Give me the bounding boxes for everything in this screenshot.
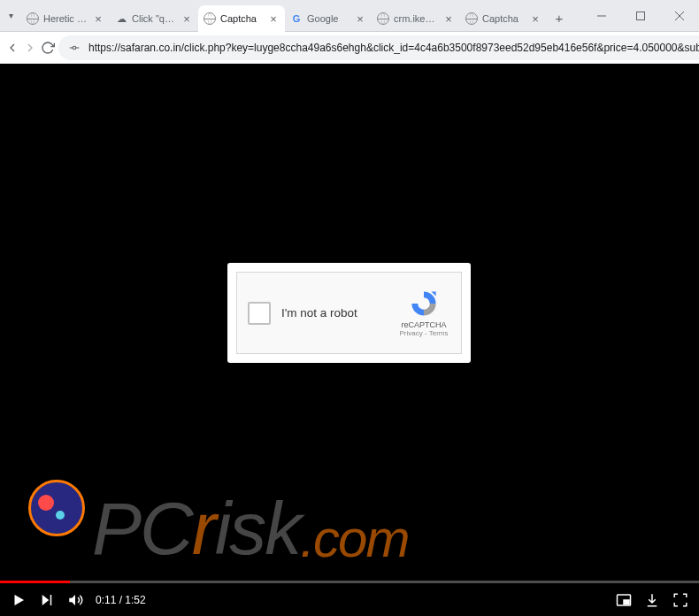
tab-title: Click "quot;" — [132, 13, 176, 24]
pcrisk-logo-icon — [28, 480, 85, 536]
close-icon[interactable]: × — [529, 12, 542, 25]
watermark-isk: isk — [215, 496, 301, 563]
recaptcha-label: I'm not a robot — [281, 306, 397, 320]
recaptcha-widget: I'm not a robot reCAPTCHA Privacy - Term… — [236, 272, 462, 354]
close-window-button[interactable] — [660, 0, 699, 31]
next-button[interactable] — [39, 592, 55, 608]
time-display: 0:11 / 1:52 — [96, 594, 146, 606]
globe-icon — [377, 12, 389, 25]
recaptcha-brand: reCAPTCHA — [397, 320, 450, 330]
tab-title: Captcha — [482, 13, 525, 24]
globe-icon — [465, 12, 478, 25]
progress-bar[interactable] — [0, 581, 699, 583]
cloud-icon: ☁ — [115, 12, 127, 25]
reload-button[interactable] — [41, 35, 55, 60]
pcrisk-watermark: PCrisk.com — [28, 480, 408, 563]
page-content: I'm not a robot reCAPTCHA Privacy - Term… — [0, 64, 699, 616]
svg-rect-11 — [50, 595, 52, 605]
tab-title: Heretic (2024 — [43, 13, 88, 24]
url-text: https://safaran.co.in/click.php?key=luyg… — [88, 42, 699, 54]
back-button[interactable] — [5, 35, 19, 60]
svg-rect-1 — [637, 12, 645, 19]
new-tab-button[interactable]: + — [547, 5, 572, 31]
google-icon: G — [290, 12, 303, 25]
watermark-com: .com — [300, 515, 408, 563]
play-button[interactable] — [11, 592, 27, 608]
captcha-card: I'm not a robot reCAPTCHA Privacy - Term… — [227, 263, 471, 363]
fullscreen-button[interactable] — [672, 592, 688, 608]
globe-icon — [204, 12, 216, 25]
video-player-bar: 0:11 / 1:52 — [0, 581, 699, 616]
tab-title: crm.ikeymas — [394, 13, 438, 24]
watermark-pc: PC — [92, 496, 192, 563]
svg-point-4 — [73, 46, 76, 50]
globe-icon — [27, 12, 39, 25]
download-button[interactable] — [644, 592, 660, 608]
site-settings-icon[interactable] — [67, 41, 81, 55]
svg-rect-14 — [624, 600, 629, 604]
tab-captcha-2[interactable]: Captcha × — [460, 5, 547, 32]
close-icon[interactable]: × — [267, 12, 280, 25]
recaptcha-logo-icon — [409, 289, 439, 319]
svg-marker-9 — [15, 595, 25, 605]
close-icon[interactable]: × — [181, 12, 193, 25]
tab-title: Captcha — [220, 13, 263, 24]
tab-title: Google — [307, 13, 350, 24]
forward-button[interactable] — [23, 35, 37, 60]
close-icon[interactable]: × — [442, 12, 455, 25]
tab-heretic[interactable]: Heretic (2024 × — [21, 5, 110, 32]
svg-marker-10 — [42, 595, 50, 605]
recaptcha-terms[interactable]: Privacy - Terms — [397, 329, 450, 337]
recaptcha-checkbox[interactable] — [248, 302, 271, 325]
address-bar[interactable]: https://safaran.co.in/click.php?key=luyg… — [58, 35, 699, 60]
tab-captcha-active[interactable]: Captcha × — [198, 5, 285, 32]
tab-click[interactable]: ☁ Click "quot;" × — [110, 5, 198, 32]
close-icon[interactable]: × — [92, 12, 104, 25]
close-icon[interactable]: × — [354, 12, 366, 25]
svg-marker-12 — [69, 595, 75, 605]
volume-button[interactable] — [67, 592, 83, 608]
maximize-button[interactable] — [621, 0, 660, 31]
minimize-button[interactable] — [582, 0, 621, 31]
tab-search-dropdown[interactable]: ▾ — [0, 0, 21, 31]
tab-crm[interactable]: crm.ikeymas × — [372, 5, 460, 32]
tab-google[interactable]: G Google × — [285, 5, 372, 32]
progress-fill — [0, 581, 70, 583]
watermark-r: r — [192, 496, 215, 563]
pip-button[interactable] — [616, 592, 632, 608]
